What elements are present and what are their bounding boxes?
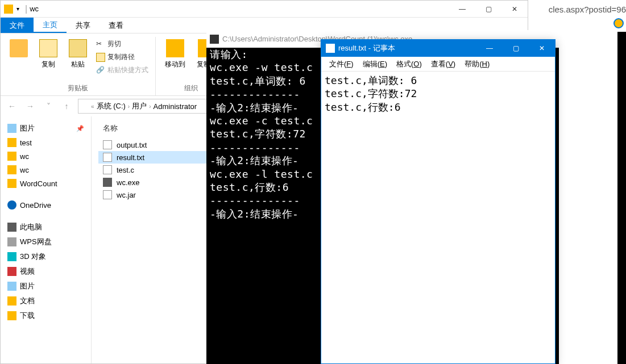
nav-item-icon: [7, 223, 16, 232]
move-to-label: 移动到: [165, 60, 185, 69]
nav-item-icon: [7, 124, 16, 133]
nav-item[interactable]: wc: [1, 163, 91, 177]
nav-item-icon: [7, 252, 16, 261]
forward-button[interactable]: →: [23, 99, 37, 113]
nav-item-label: 下载: [20, 311, 35, 321]
breadcrumb-part[interactable]: Administrator: [151, 102, 200, 111]
notepad-menubar: 文件(F) 编辑(E) 格式(O) 查看(V) 帮助(H): [321, 57, 555, 72]
file-name: result.txt: [117, 153, 144, 162]
nav-item-label: 图片: [20, 123, 35, 133]
file-name: wc.jar: [117, 191, 136, 199]
maximize-button[interactable]: ▢: [503, 40, 529, 57]
nav-item-label: wc: [20, 166, 29, 174]
nav-item-label: wc: [20, 152, 29, 161]
tab-share[interactable]: 共享: [67, 18, 100, 33]
menu-file[interactable]: 文件(F): [325, 58, 358, 70]
menu-help[interactable]: 帮助(H): [460, 58, 494, 70]
menu-format[interactable]: 格式(O): [392, 58, 426, 70]
nav-item-icon: [7, 282, 16, 291]
nav-item[interactable]: 此电脑: [1, 220, 91, 235]
nav-item[interactable]: WPS网盘: [1, 235, 91, 249]
copy-label: 复制: [42, 60, 55, 69]
nav-item-icon: [7, 200, 16, 210]
organize-group-label: 组织: [184, 83, 198, 93]
nav-item[interactable]: WordCount: [1, 177, 91, 190]
move-icon: [166, 39, 184, 57]
nav-item[interactable]: 文档: [1, 294, 91, 308]
window-title: wc: [30, 5, 39, 13]
copy-path-button[interactable]: 复制路径: [94, 51, 151, 63]
console-icon: [210, 35, 219, 44]
recent-dropdown[interactable]: ˅: [42, 99, 55, 113]
notepad-titlebar[interactable]: result.txt - 记事本 — ▢ ✕: [321, 40, 555, 57]
nav-item[interactable]: 视频: [1, 264, 91, 279]
minimize-button[interactable]: —: [476, 40, 503, 57]
menu-view[interactable]: 查看(V): [426, 58, 460, 70]
browser-avatar-icon: [613, 18, 624, 28]
notepad-window[interactable]: result.txt - 记事本 — ▢ ✕ 文件(F) 编辑(E) 格式(O)…: [321, 39, 555, 364]
notepad-title: result.txt - 记事本: [338, 43, 395, 53]
nav-item[interactable]: 下载: [1, 308, 91, 323]
paste-icon: [69, 39, 87, 57]
nav-item-label: 3D 对象: [20, 252, 46, 262]
back-button[interactable]: ←: [5, 99, 19, 113]
breadcrumb-part[interactable]: 用户: [130, 101, 149, 111]
notepad-content[interactable]: test.c,单词数: 6 test.c,字符数:72 test.c,行数:6: [321, 72, 555, 116]
tab-file[interactable]: 文件: [1, 18, 34, 33]
qat-dropdown-icon[interactable]: ▾: [16, 6, 19, 12]
paste-shortcut-label: 粘贴快捷方式: [107, 65, 148, 75]
nav-item[interactable]: OneDrive: [1, 198, 91, 212]
nav-item-label: test: [20, 139, 32, 147]
nav-item-label: 此电脑: [20, 222, 42, 232]
nav-item-icon: [7, 311, 16, 320]
browser-sidebar: [617, 32, 626, 364]
browser-url-fragment: cles.aspx?postid=96: [549, 5, 626, 14]
tab-home[interactable]: 主页: [34, 18, 67, 33]
separator: |: [25, 4, 27, 14]
up-button[interactable]: ↑: [60, 99, 73, 113]
file-icon: [103, 153, 112, 162]
file-icon: [103, 190, 112, 199]
nav-item-label: OneDrive: [20, 201, 51, 210]
nav-item[interactable]: 图片: [1, 279, 91, 294]
close-button[interactable]: ✕: [501, 1, 528, 18]
nav-item-label: 图片: [20, 281, 35, 291]
file-name: output.txt: [117, 141, 147, 149]
cut-label: 剪切: [107, 39, 121, 49]
clipboard-group-label: 剪贴板: [68, 83, 88, 93]
nav-item[interactable]: 图片📌: [1, 121, 91, 136]
file-icon: [103, 140, 112, 149]
maximize-button[interactable]: ▢: [475, 1, 501, 18]
cut-icon: ✂: [96, 40, 105, 49]
pin-icon: [10, 39, 28, 57]
pin-icon: 📌: [76, 125, 84, 132]
menu-edit[interactable]: 编辑(E): [358, 58, 392, 70]
explorer-titlebar[interactable]: ▾ | wc — ▢ ✕: [1, 1, 528, 18]
navigation-pane[interactable]: 图片📌testwcwcWordCountOneDrive此电脑WPS网盘3D 对…: [1, 116, 92, 363]
breadcrumb-part[interactable]: 系统 (C:): [94, 101, 128, 111]
nav-item[interactable]: 3D 对象: [1, 249, 91, 264]
copy-button[interactable]: 复制: [35, 37, 62, 95]
file-icon: [103, 178, 112, 187]
nav-item-label: WordCount: [20, 179, 57, 188]
nav-item[interactable]: wc: [1, 149, 91, 163]
nav-item-icon: [7, 296, 16, 306]
nav-item-label: 视频: [20, 266, 35, 277]
folder-icon: [4, 5, 13, 14]
pin-to-quickaccess-button[interactable]: [5, 37, 32, 95]
tab-view[interactable]: 查看: [100, 18, 132, 33]
cut-button[interactable]: ✂ 剪切: [94, 38, 151, 50]
folder-icon: [81, 102, 89, 110]
paste-shortcut-button[interactable]: 🔗 粘贴快捷方式: [94, 64, 151, 76]
minimize-button[interactable]: —: [449, 1, 475, 18]
copy-path-icon: [96, 53, 105, 62]
ribbon-group-clipboard: 复制 粘贴 ✂ 剪切 复制路径 🔗: [1, 37, 156, 95]
close-button[interactable]: ✕: [529, 40, 555, 57]
nav-item-icon: [7, 267, 16, 276]
nav-item-label: WPS网盘: [20, 237, 52, 247]
file-name: test.c: [117, 166, 134, 174]
nav-item-label: 文档: [20, 296, 35, 306]
paste-label: 粘贴: [71, 60, 85, 69]
nav-item[interactable]: test: [1, 136, 91, 149]
nav-item-icon: [7, 179, 16, 188]
